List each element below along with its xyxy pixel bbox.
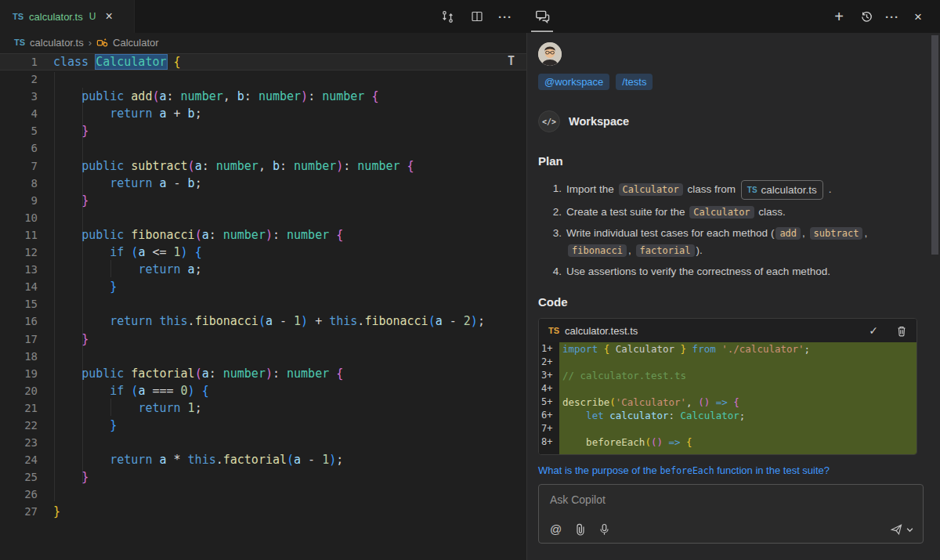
line-number: 23 [0,434,38,451]
inline-code-chip: subtract [810,227,863,240]
copilot-chat-panel: @workspace /tests </> Workspace Plan 1.I… [526,33,940,560]
file-reference-chip[interactable]: TScalculator.ts [741,180,823,200]
line-number: 1 [0,53,38,70]
line-number: 3 [0,88,38,105]
code-line: 13 return a; [0,261,526,278]
plan-list-item: 1.Import the Calculator class from TScal… [538,180,929,200]
diff-gutter: 7+ [539,422,559,435]
new-chat-icon[interactable]: + [830,8,848,25]
line-number: 15 [0,295,38,313]
diff-added-line: 1+import { Calculator } from './calculat… [539,342,916,356]
diff-gutter: 5+ [539,396,559,409]
chat-discussion-icon [535,9,550,24]
tab-close-icon[interactable]: × [105,10,112,23]
chat-input-placeholder: Ask Copilot [550,493,912,506]
plan-list-item: 2.Create a test suite for the Calculator… [538,204,929,221]
diff-added-line: 3+// calculator.test.ts [539,369,916,382]
breadcrumb-symbol[interactable]: Calculator [113,37,159,49]
code-block-body[interactable]: 1+import { Calculator } from './calculat… [539,342,916,454]
line-number: 7 [0,157,38,175]
breadcrumb-file[interactable]: calculator.ts [30,37,84,49]
list-number: 1. [538,180,562,200]
close-panel-icon[interactable]: × [909,8,927,25]
microphone-icon[interactable] [599,523,609,536]
split-editor-icon[interactable] [468,8,486,25]
code-line: 2 [0,70,526,88]
apply-code-check-icon[interactable]: ✓ [869,324,878,337]
inline-code-chip: Calculator [619,183,683,196]
line-number: 18 [0,348,38,365]
attach-paperclip-icon[interactable] [575,523,586,536]
diff-added-line: 8+ beforeEach(() => { [539,435,916,449]
panel-more-actions-icon[interactable]: ··· [885,10,899,23]
code-line: 14 } [0,278,526,295]
code-line: 5 } [0,122,526,139]
discard-trash-icon[interactable] [896,325,907,337]
diff-gutter: 8+ [539,435,559,449]
code-line: 3 public add(a: number, b: number): numb… [0,88,526,105]
diff-gutter: 4+ [539,382,559,396]
mention-at-icon[interactable]: @ [550,522,562,536]
code-heading: Code [538,295,929,309]
indent-guide [54,72,55,501]
agent-name: Workspace [569,115,629,128]
history-icon[interactable] [858,8,875,25]
workspace-response-header: </> Workspace [538,110,929,132]
panel-tab-strip [526,0,558,33]
code-line: 22 } [0,417,526,434]
line-number: 19 [0,365,38,382]
diff-added-line: 5+describe('Calculator', () => { [539,396,916,409]
code-line: 16 return this.fibonacci(a - 1) + this.f… [0,313,526,330]
slash-command-chip-tests[interactable]: /tests [616,74,653,90]
list-number: 3. [538,225,562,259]
inline-code-chip: factorial [636,244,695,257]
line-number: 20 [0,382,38,399]
typescript-file-icon: TS [13,12,24,21]
line-number: 13 [0,261,38,278]
code-line: 4 return a + b; [0,105,526,122]
send-options-chevron-icon[interactable] [906,526,913,533]
diff-gutter: 1+ [539,342,559,356]
line-number: 10 [0,209,38,226]
diff-added-line: 4+ [539,382,916,396]
typescript-file-icon: TS [747,182,757,198]
indent-guide [82,88,83,484]
line-number: 26 [0,486,38,503]
chat-input-box[interactable]: Ask Copilot @ [538,484,924,544]
indent-guide [110,260,111,277]
panel-toolbar: + ··· × [830,0,927,33]
panel-scrollbar[interactable] [931,35,938,255]
code-line: 10 [0,209,526,226]
editor-more-actions-icon[interactable]: ··· [498,10,512,23]
editor-overlay-char: T [508,54,515,68]
tab-copilot-chat[interactable] [526,0,558,33]
line-number: 25 [0,468,38,486]
typescript-file-icon: TS [14,38,25,47]
editor-tab-calculator-ts[interactable]: TS calculator.ts U × [0,0,135,33]
user-avatar [538,42,562,66]
diff-added-line: 7+ [539,422,916,435]
code-line: 24 return a * this.factorial(a - 1); [0,451,526,468]
list-number: 4. [538,263,562,280]
code-editor[interactable]: 1class Calculator {23 public add(a: numb… [0,52,526,560]
diff-gutter: 2+ [539,356,559,369]
send-icon[interactable] [890,523,903,536]
line-number: 22 [0,417,38,434]
code-line: 26 [0,486,526,503]
active-tab-underline [531,31,553,32]
agent-chip-workspace[interactable]: @workspace [538,74,609,90]
code-line: 23 [0,434,526,451]
plan-list-item: 4.Use assertions to verify the correctne… [538,263,929,280]
diff-gutter: 6+ [539,409,559,422]
generated-code-block: TS calculator.test.ts ✓ 1+import { Calcu… [538,318,917,455]
code-line: 11 public fibonacci(a: number): number { [0,226,526,244]
title-bar: TS calculator.ts U × ··· [0,0,940,33]
line-number: 12 [0,244,38,261]
breadcrumb-separator: › [89,37,92,49]
code-block-filename: calculator.test.ts [565,325,851,337]
inline-code-text: beforeEach [660,465,714,476]
open-changes-icon[interactable] [439,8,456,25]
indent-guide [110,399,111,416]
followup-suggestion-link[interactable]: What is the purpose of the beforeEach fu… [538,464,929,476]
plan-heading: Plan [538,154,929,168]
